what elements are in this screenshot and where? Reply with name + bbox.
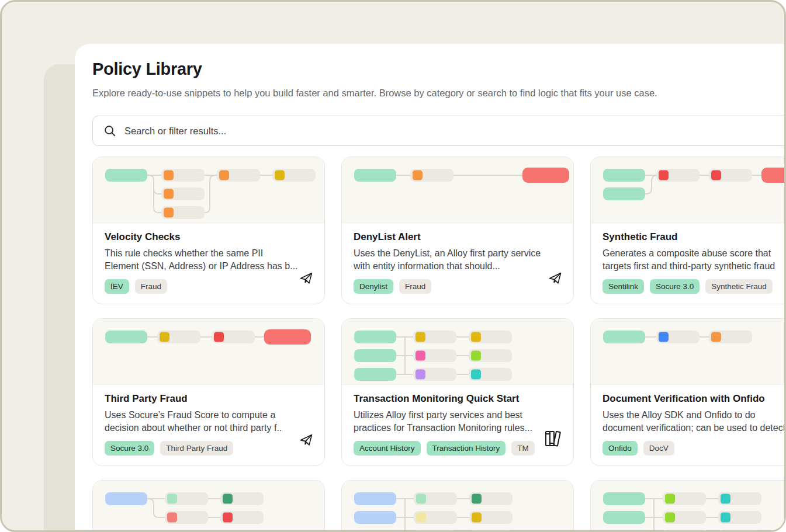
policy-card-tags: OnfidoDocV — [603, 441, 786, 455]
policy-card-description: Uses the Alloy SDK and Onfido to do docu… — [603, 409, 786, 435]
policy-card[interactable]: Third Party Fraud Uses Socure’s Fraud Sc… — [92, 318, 325, 466]
policy-diagram-preview — [342, 481, 573, 532]
policy-diagram-preview — [342, 319, 573, 385]
tag: Third Party Fraud — [160, 441, 233, 455]
policy-diagram-preview — [591, 319, 786, 385]
tag: Socure 3.0 — [105, 441, 154, 455]
tag: Synthetic Fraud — [705, 279, 773, 294]
policy-card-tags: Account HistoryTransaction HistoryTM — [354, 441, 562, 455]
tag: Transaction History — [427, 441, 506, 455]
policy-card-body: Document Verification with Onfido Uses t… — [591, 385, 786, 455]
books-icon[interactable] — [542, 430, 563, 447]
policy-card-description: Generates a composite abuse score that t… — [603, 247, 786, 273]
search-bar[interactable] — [92, 116, 786, 146]
tag: Socure 3.0 — [650, 279, 700, 294]
policy-card-description: Uses the DenyList, an Alloy first party … — [354, 247, 562, 273]
policy-card-body: DenyList Alert Uses the DenyList, an All… — [342, 223, 573, 294]
policy-card[interactable]: Transaction Monitoring Quick Start Utili… — [341, 318, 574, 466]
policy-card-title: Third Party Fraud — [105, 393, 313, 405]
policy-card[interactable]: Velocity Checks This rule checks whether… — [92, 157, 325, 304]
policy-card-tags: Socure 3.0Third Party Fraud — [105, 441, 313, 455]
page-subtitle: Explore ready-to-use snippets to help yo… — [92, 88, 657, 99]
policy-card-description: This rule checks whether the same PII El… — [105, 247, 313, 273]
policy-card-description: Utilizes Alloy first party services and … — [354, 409, 562, 435]
policy-card-tags: IEVFraud — [105, 279, 313, 294]
tag: TM — [511, 441, 535, 455]
policy-card[interactable]: DenyList Alert Uses the DenyList, an All… — [341, 157, 574, 304]
tag: DocV — [643, 441, 674, 455]
policy-card-title: DenyList Alert — [354, 231, 562, 243]
policy-card-body: Third Party Fraud Uses Socure’s Fraud Sc… — [93, 385, 324, 455]
search-input[interactable] — [123, 125, 785, 137]
policy-diagram-preview — [93, 157, 324, 223]
app-frame: Policy Library Explore ready-to-use snip… — [0, 0, 786, 532]
card-grid: Velocity Checks This rule checks whether… — [92, 157, 786, 532]
tag: IEV — [105, 279, 129, 294]
policy-card[interactable] — [92, 480, 325, 532]
paper-plane-icon[interactable] — [299, 432, 314, 447]
policy-card[interactable] — [341, 480, 574, 532]
policy-diagram-preview — [342, 157, 573, 223]
policy-card[interactable]: Synthetic Fraud Generates a composite ab… — [590, 157, 786, 304]
paper-plane-icon[interactable] — [548, 270, 563, 286]
policy-diagram-preview — [93, 481, 324, 532]
page-title: Policy Library — [92, 60, 202, 79]
policy-card-title: Synthetic Fraud — [603, 231, 786, 243]
tag: Sentilink — [603, 279, 644, 294]
policy-card-body: Transaction Monitoring Quick Start Utili… — [342, 385, 573, 455]
policy-diagram-preview — [591, 481, 786, 532]
search-icon — [103, 124, 116, 137]
policy-card-description: Uses Socure’s Fraud Score to compute a d… — [105, 409, 313, 435]
policy-diagram-preview — [591, 157, 786, 223]
tag: Account History — [354, 441, 421, 455]
tag: Onfido — [603, 441, 638, 455]
policy-card-tags: SentilinkSocure 3.0Synthetic Fraud — [603, 279, 786, 294]
policy-card-body: Synthetic Fraud Generates a composite ab… — [591, 223, 786, 294]
policy-card-title: Velocity Checks — [105, 231, 313, 243]
policy-card-tags: DenylistFraud — [354, 279, 562, 294]
policy-card-title: Document Verification with Onfido — [603, 393, 786, 405]
policy-card-title: Transaction Monitoring Quick Start — [354, 393, 562, 405]
tag: Denylist — [354, 279, 393, 294]
policy-diagram-preview — [93, 319, 324, 385]
policy-card[interactable] — [590, 480, 786, 532]
paper-plane-icon[interactable] — [299, 270, 314, 286]
tag: Fraud — [399, 279, 431, 294]
policy-card[interactable]: Document Verification with Onfido Uses t… — [590, 318, 786, 466]
tag: Fraud — [135, 279, 167, 294]
policy-card-body: Velocity Checks This rule checks whether… — [93, 223, 324, 294]
